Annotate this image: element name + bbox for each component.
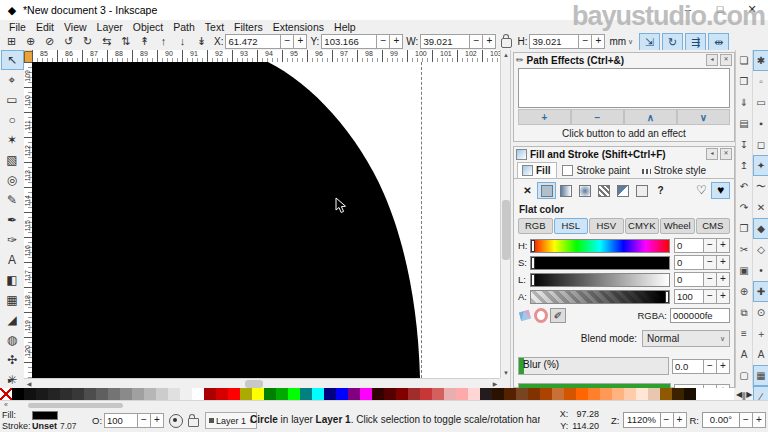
palette-swatch[interactable]	[660, 388, 672, 400]
palette-swatch[interactable]	[216, 388, 228, 400]
snap-object-centers-toggle[interactable]: ⊙	[753, 302, 768, 323]
palette-swatch[interactable]	[276, 388, 288, 400]
fill-color-swatch[interactable]	[32, 411, 58, 420]
lower-to-bottom-button[interactable]: ↡	[192, 34, 211, 49]
import-button[interactable]: ↧	[736, 134, 753, 155]
palette-scroll-right-icon[interactable]: ▶	[746, 390, 752, 399]
effect-list[interactable]	[518, 68, 730, 108]
palette-swatch[interactable]	[312, 388, 324, 400]
slider-track[interactable]	[530, 256, 670, 270]
palette-swatch[interactable]	[624, 388, 636, 400]
open-document-button[interactable]: ❒	[736, 71, 753, 92]
palette-swatch[interactable]	[156, 388, 168, 400]
redo-button[interactable]: ↷	[736, 197, 753, 218]
snap-rotation-centers-toggle[interactable]: ＋	[753, 323, 768, 344]
selector-tool[interactable]: ↖	[1, 50, 24, 70]
rectangle-tool[interactable]: ▭	[1, 90, 24, 110]
h-plus-button[interactable]: +	[592, 34, 605, 49]
paint-unknown-button[interactable]	[632, 182, 651, 199]
menu-item[interactable]: Path	[168, 21, 200, 33]
snap-paths-toggle[interactable]: 〜	[753, 176, 768, 197]
move-effect-up-button[interactable]: ∧	[624, 109, 677, 125]
move-patterns-toggle[interactable]: ⇹	[708, 33, 729, 51]
undo-button[interactable]: ↶	[736, 176, 753, 197]
zoom-input[interactable]: 1120%	[623, 412, 661, 428]
menu-item[interactable]: Layer	[92, 21, 128, 33]
new-document-button[interactable]: ❏	[736, 50, 753, 71]
lower-button[interactable]: ↓	[173, 34, 192, 49]
palette-swatch[interactable]	[36, 388, 48, 400]
dock-close-button[interactable]: ✕	[720, 148, 732, 160]
vertical-scroll-thumb[interactable]	[502, 200, 510, 260]
snap-bbox-edges-toggle[interactable]: ▭	[753, 92, 768, 113]
snap-text-toggle[interactable]: A	[753, 344, 768, 365]
text-tool[interactable]: A	[1, 250, 24, 270]
blur-minus-button[interactable]: −	[704, 359, 717, 374]
pen-tool[interactable]: ✑	[1, 230, 24, 250]
slider-plus-button[interactable]: +	[717, 272, 730, 287]
palette-swatch[interactable]	[480, 388, 492, 400]
deselect-button[interactable]: ⊘	[40, 34, 59, 49]
raise-to-top-button[interactable]: ↟	[135, 34, 154, 49]
menu-item[interactable]: Text	[200, 21, 229, 33]
move-effect-down-button[interactable]: ∨	[677, 109, 730, 125]
palette-swatch[interactable]	[396, 388, 408, 400]
blur-slider[interactable]: Blur (%)	[518, 357, 669, 375]
blend-mode-select[interactable]: Normal ∨	[642, 330, 730, 347]
pick-color-eyedropper-button[interactable]: ✐	[550, 308, 566, 323]
move-gradients-toggle[interactable]: ⇶	[685, 33, 706, 51]
scroll-left-icon[interactable]: «	[4, 401, 8, 408]
slider-value[interactable]: 0	[674, 255, 704, 270]
raise-button[interactable]: ↑	[154, 34, 173, 49]
palette-swatch[interactable]	[48, 388, 60, 400]
paint-swatch-button[interactable]	[613, 182, 632, 199]
palette-swatch[interactable]	[84, 388, 96, 400]
palette-swatch[interactable]	[240, 388, 252, 400]
path-effects-header[interactable]: ✏ Path Effects (Ctrl+&) ◂✕	[514, 53, 734, 67]
paint-linear-gradient-button[interactable]	[556, 182, 575, 199]
dropper-tool[interactable]: ◢	[1, 310, 24, 330]
palette-swatch[interactable]	[252, 388, 264, 400]
tab-stroke-style[interactable]: Stroke style	[637, 162, 713, 178]
save-document-button[interactable]: ⇓	[736, 92, 753, 113]
slider-plus-button[interactable]: +	[717, 289, 730, 304]
menu-item[interactable]: Edit	[31, 21, 59, 33]
palette-swatch[interactable]	[456, 388, 468, 400]
tab-hsl[interactable]: HSL	[554, 218, 589, 234]
palette-swatch[interactable]	[324, 388, 336, 400]
slider-minus-button[interactable]: −	[704, 289, 717, 304]
x-input[interactable]: 61.472	[225, 34, 281, 49]
paint-bucket-tool[interactable]: ◍	[1, 330, 24, 350]
title-bar[interactable]: ◆ *New document 3 - Inkscape –□✕	[0, 0, 768, 21]
palette-swatch[interactable]	[672, 388, 684, 400]
slider-track[interactable]	[530, 273, 670, 287]
clone-button[interactable]: ≡	[736, 323, 753, 344]
layer-lock-icon[interactable]	[188, 418, 199, 427]
enable-snapping-toggle[interactable]: ✱	[753, 50, 768, 71]
slider-minus-button[interactable]: −	[704, 255, 717, 270]
dock-close-button[interactable]: ✕	[720, 54, 732, 66]
h-minus-button[interactable]: −	[579, 34, 592, 49]
palette-swatch[interactable]	[588, 388, 600, 400]
lock-ratio-icon[interactable]	[501, 38, 512, 48]
canvas[interactable]	[32, 62, 500, 378]
layer-visibility-eye-icon[interactable]	[169, 414, 183, 428]
rotation-input[interactable]: 0.00°	[702, 412, 740, 428]
snap-midpoints-toggle[interactable]: •	[753, 260, 768, 281]
ellipse-tool[interactable]: ○	[1, 110, 24, 130]
copy-button[interactable]: ❐	[736, 218, 753, 239]
flip-vertical-button[interactable]: ⇅	[116, 34, 135, 49]
rotate-ccw-button[interactable]: ↺	[59, 34, 78, 49]
flip-horizontal-button[interactable]: ⇆	[97, 34, 116, 49]
slider-minus-button[interactable]: −	[704, 238, 717, 253]
palette-swatch[interactable]	[336, 388, 348, 400]
palette-scrollbar[interactable]: «	[2, 402, 362, 409]
palette-swatch[interactable]	[576, 388, 588, 400]
menu-item[interactable]: Help	[329, 21, 361, 33]
object-opacity-input[interactable]: 100	[104, 413, 138, 428]
palette-swatch[interactable]	[60, 388, 72, 400]
close-button[interactable]: ✕	[736, 0, 768, 19]
rotate-cw-button[interactable]: ↻	[78, 34, 97, 49]
calligraphy-tool[interactable]: ✒	[1, 210, 24, 230]
snap-grid-toggle[interactable]: ▦	[753, 365, 768, 386]
